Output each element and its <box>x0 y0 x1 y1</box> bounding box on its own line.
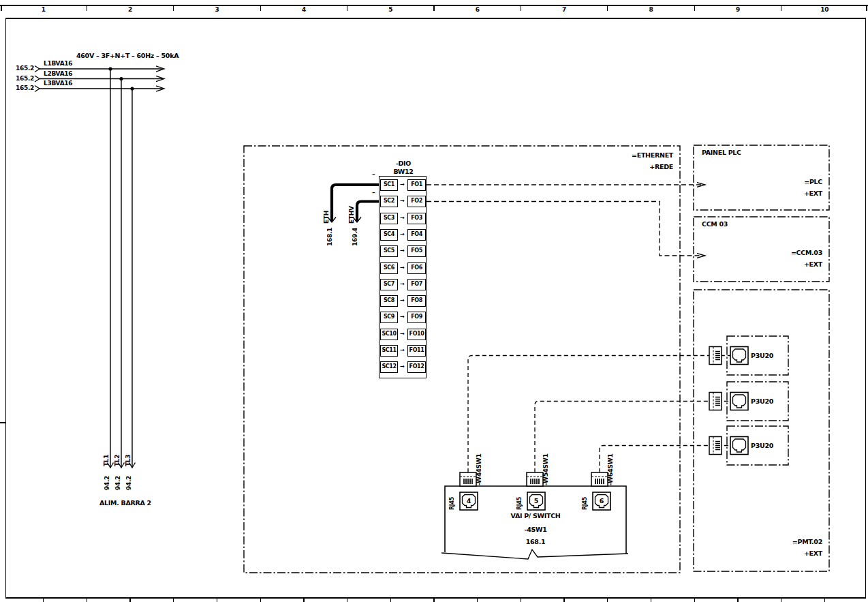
riser-label-tl3: TL3 <box>125 455 131 466</box>
dio-row: SC12→FO12 <box>379 361 427 373</box>
row-arrow-icon: → <box>398 230 407 239</box>
row-arrow-icon: → <box>398 181 407 189</box>
eth-cable-ref: 168.1 <box>327 228 333 246</box>
dio-minus-2: – <box>372 189 375 196</box>
fiber-output-lines <box>427 183 705 258</box>
riser-ref-tl3: 94.2 <box>126 476 132 490</box>
cable-tag-w64sw1: -W64SW1 <box>608 454 614 485</box>
feeder-label-l1: L1BVA16 <box>44 60 72 67</box>
schematic-page: 1 2 3 4 5 6 7 8 9 10 460V – 3F+N+T – 60H… <box>0 0 868 602</box>
fo-terminal: FO2 <box>407 196 426 207</box>
rj45-plug-icon-w54sw1 <box>527 472 543 486</box>
pmt02-ext: +EXT <box>756 550 822 557</box>
ruler-number-10: 10 <box>811 6 838 13</box>
riser-ref-tl2: 94.2 <box>115 476 121 490</box>
rj45-plug-icons <box>460 347 722 487</box>
sc-terminal: SC8 <box>380 295 398 307</box>
ruler-number-2: 2 <box>117 6 144 13</box>
sc-terminal: SC2 <box>380 196 398 207</box>
feeder-ref-2: 165.2 <box>15 75 34 82</box>
pmt02-box <box>694 290 829 571</box>
ethv-cable-label: ETHV <box>349 206 355 224</box>
feeder-label-l2: L2BVA16 <box>44 70 72 77</box>
switch-ref: 168.1 <box>445 539 626 545</box>
dio-row: SC2→FO2 <box>379 196 427 207</box>
dio-model: BW12 <box>379 168 427 175</box>
dio-row: SC10→FO10 <box>379 329 427 340</box>
plc-ext: +EXT <box>756 190 822 197</box>
rj45-jack-icon-p3u20-1 <box>730 347 748 365</box>
fo-terminal: FO8 <box>407 295 426 307</box>
rj45-port-label-6: RJ45 <box>582 497 588 510</box>
fo-terminal: FO7 <box>407 279 426 290</box>
row-arrow-icon: → <box>398 330 407 338</box>
fo-terminal: FO3 <box>407 213 426 224</box>
port-number-5: 5 <box>528 498 544 505</box>
ethernet-region-tag: =ETHERNET <box>586 152 673 159</box>
sc-terminal: SC12 <box>380 361 398 373</box>
riser-label-tl2: TL2 <box>114 455 121 466</box>
painel-plc-title: PAINEL PLC <box>702 149 741 156</box>
sc-terminal: SC3 <box>380 213 398 224</box>
dio-title: -DIO <box>379 160 427 167</box>
patch-cables <box>468 356 730 473</box>
ethv-cable-ref: 169.4 <box>352 228 358 246</box>
rj45-plug-icon-outlet-3 <box>709 437 722 455</box>
row-arrow-icon: → <box>398 313 407 321</box>
sc-terminal: SC7 <box>380 279 398 290</box>
fo-terminal: FO5 <box>407 245 426 257</box>
ethernet-region-sub: +REDE <box>586 164 673 170</box>
cable-tag-w54sw1: -W54SW1 <box>543 454 549 485</box>
rj45-jack-icon-p3u20-2 <box>730 393 748 410</box>
rj45-jack-icon-p3u20-3 <box>730 437 748 455</box>
sc-terminal: SC5 <box>380 245 398 257</box>
dio-minus-1: – <box>372 170 375 177</box>
dio-row: SC5→FO5 <box>379 245 427 257</box>
eth-cable-label: ETH <box>324 211 330 224</box>
ccm03-title: CCM 03 <box>702 221 728 228</box>
port-number-6: 6 <box>593 498 610 505</box>
row-arrow-icon: → <box>398 264 407 272</box>
ccm03-tag: =CCM.03 <box>755 250 822 256</box>
dio-row: SC1→FO1 <box>379 179 427 191</box>
switch-tag: -4SW1 <box>445 526 626 533</box>
ruler-number-6: 6 <box>464 6 491 13</box>
riser-label-tl1: TL1 <box>104 455 110 466</box>
sc-terminal: SC10 <box>380 329 398 340</box>
feeder-ref-3: 165.2 <box>15 85 34 91</box>
drawing-frame <box>0 18 866 602</box>
rj45-port-label-4: RJ45 <box>449 497 455 510</box>
dio-row: SC3→FO3 <box>379 213 427 224</box>
fo-terminal: FO1 <box>407 179 426 191</box>
ruler-number-9: 9 <box>724 6 751 13</box>
row-arrow-icon: → <box>398 363 407 371</box>
rj45-plug-icon-w44sw1 <box>460 472 476 486</box>
p3u20-label-3: P3U20 <box>751 442 773 449</box>
row-arrow-icon: → <box>398 346 407 355</box>
ruler-number-5: 5 <box>377 6 404 13</box>
ruler-number-8: 8 <box>638 6 665 13</box>
dio-row: SC9→FO9 <box>379 312 427 323</box>
row-arrow-icon: → <box>398 214 407 222</box>
riser-ref-tl1: 94.2 <box>104 476 110 490</box>
dio-row: SC6→FO6 <box>379 262 427 274</box>
feeder-label-l3: L3BVA16 <box>44 80 72 87</box>
row-arrow-icon: → <box>398 297 407 305</box>
ruler-number-7: 7 <box>551 6 578 13</box>
fo-terminal: FO6 <box>407 262 426 274</box>
row-arrow-icon: → <box>398 247 407 255</box>
dio-row: SC7→FO7 <box>379 279 427 290</box>
sc-terminal: SC6 <box>380 262 398 274</box>
fo-terminal: FO10 <box>407 329 426 340</box>
fo-terminal: FO4 <box>407 229 426 241</box>
fo-terminal: FO9 <box>407 312 426 323</box>
power-caption: ALIM. BARRA 2 <box>99 500 151 507</box>
rj45-plug-icon-w64sw1 <box>591 472 608 486</box>
ruler-number-4: 4 <box>290 6 317 13</box>
pmt02-tag: =PMT.02 <box>756 539 822 545</box>
dio-row: SC11→FO11 <box>379 345 427 357</box>
dio-row: SC4→FO4 <box>379 229 427 241</box>
power-feeder-lines <box>35 66 164 468</box>
dio-row: SC8→FO8 <box>379 295 427 307</box>
rj45-port-label-5: RJ45 <box>516 497 523 510</box>
